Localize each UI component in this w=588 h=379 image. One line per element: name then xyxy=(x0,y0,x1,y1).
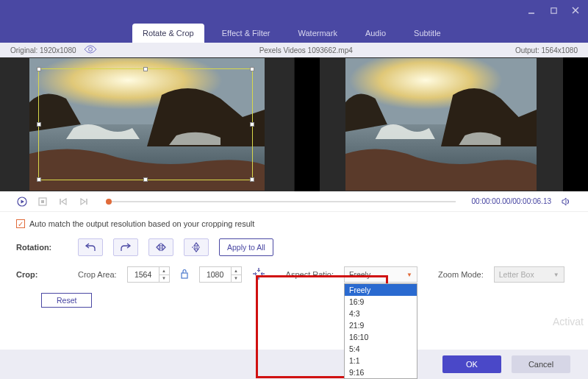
aspect-option-16-9[interactable]: 16:9 xyxy=(345,296,417,308)
crop-height-input[interactable]: 1080 ▲▼ xyxy=(199,266,242,283)
rotate-left-button[interactable] xyxy=(78,238,103,256)
volume-icon[interactable] xyxy=(560,196,572,208)
zoom-mode-label: Zoom Mode: xyxy=(438,270,484,279)
aspect-ratio-select[interactable]: Freely▼ Freely 16:9 4:3 21:9 16:10 5:4 1… xyxy=(344,266,417,283)
svg-rect-11 xyxy=(41,200,44,203)
aspect-option-1-1[interactable]: 1:1 xyxy=(345,355,417,366)
aspect-ratio-dropdown: Freely 16:9 4:3 21:9 16:10 5:4 1:1 9:16 xyxy=(344,283,417,379)
aspect-option-freely[interactable]: Freely xyxy=(345,284,417,296)
svg-rect-16 xyxy=(182,273,187,278)
tab-subtitle[interactable]: Subtitle xyxy=(404,24,451,43)
tabs: Rotate & Crop Effect & Filter Watermark … xyxy=(0,21,588,43)
tab-watermark[interactable]: Watermark xyxy=(288,24,348,43)
auto-match-checkbox[interactable]: ✓ xyxy=(16,219,25,228)
crop-width-up[interactable]: ▲ xyxy=(159,267,169,275)
aspect-option-5-4[interactable]: 5:4 xyxy=(345,343,417,355)
play-button[interactable] xyxy=(16,196,28,208)
preview-area xyxy=(0,57,588,191)
infobar: Original: 1920x1080 Pexels Videos 109366… xyxy=(0,43,588,57)
playhead[interactable] xyxy=(106,199,112,205)
output-label: Output: 1564x1080 xyxy=(515,46,578,54)
aspect-option-21-9[interactable]: 21:9 xyxy=(345,319,417,331)
rotate-right-button[interactable] xyxy=(113,238,138,256)
next-frame-button[interactable] xyxy=(78,196,90,208)
close-button[interactable] xyxy=(570,5,581,15)
apply-to-all-button[interactable]: Apply to All xyxy=(219,238,273,256)
minimize-button[interactable] xyxy=(526,5,537,15)
crop-height-up[interactable]: ▲ xyxy=(232,267,241,275)
crop-label: Crop: xyxy=(16,270,68,279)
cancel-button[interactable]: Cancel xyxy=(512,355,570,373)
flip-vertical-button[interactable] xyxy=(184,238,209,256)
tab-audio[interactable]: Audio xyxy=(355,24,396,43)
preview-eye-icon[interactable] xyxy=(84,45,97,55)
titlebar xyxy=(0,0,588,21)
ok-button[interactable]: OK xyxy=(442,355,501,373)
aspect-option-4-3[interactable]: 4:3 xyxy=(345,308,417,319)
center-crop-button[interactable] xyxy=(252,267,265,282)
reset-button[interactable]: Reset xyxy=(41,293,92,308)
crop-area-label: Crop Area: xyxy=(78,270,117,279)
tab-rotate-crop[interactable]: Rotate & Crop xyxy=(132,24,204,43)
zoom-mode-select[interactable]: Letter Box▼ xyxy=(494,266,564,283)
tab-effect-filter[interactable]: Effect & Filter xyxy=(212,24,281,43)
aspect-option-16-10[interactable]: 16:10 xyxy=(345,331,417,343)
auto-match-label: Auto match the output resolution based o… xyxy=(29,219,254,228)
playback-bar: 00:00:00.00/00:00:06.13 xyxy=(0,191,588,212)
svg-rect-1 xyxy=(551,7,556,13)
preview-output xyxy=(294,57,589,191)
timeline[interactable] xyxy=(106,201,456,202)
original-label: Original: 1920x1080 xyxy=(10,46,76,54)
timecode: 00:00:00.00/00:00:06.13 xyxy=(472,197,551,205)
aspect-option-9-16[interactable]: 9:16 xyxy=(345,366,417,378)
lock-aspect-icon[interactable] xyxy=(180,269,189,280)
crop-width-input[interactable]: 1564 ▲▼ xyxy=(127,266,170,283)
crop-width-down[interactable]: ▼ xyxy=(159,275,169,283)
maximize-button[interactable] xyxy=(548,5,559,15)
svg-point-4 xyxy=(88,48,92,52)
filename: Pexels Videos 1093662.mp4 xyxy=(259,46,353,54)
crop-rectangle[interactable] xyxy=(38,68,253,180)
rotation-label: Rotation: xyxy=(16,243,68,252)
stop-button[interactable] xyxy=(37,196,49,208)
preview-original[interactable] xyxy=(0,57,294,191)
aspect-ratio-label: Aspect Ratio: xyxy=(286,270,334,279)
windows-activation-watermark: Activat xyxy=(553,316,584,327)
footer: OK Cancel xyxy=(0,350,588,379)
controls-panel: ✓ Auto match the output resolution based… xyxy=(0,212,588,350)
prev-frame-button[interactable] xyxy=(57,196,69,208)
crop-height-down[interactable]: ▼ xyxy=(232,275,241,283)
flip-horizontal-button[interactable] xyxy=(148,238,173,256)
